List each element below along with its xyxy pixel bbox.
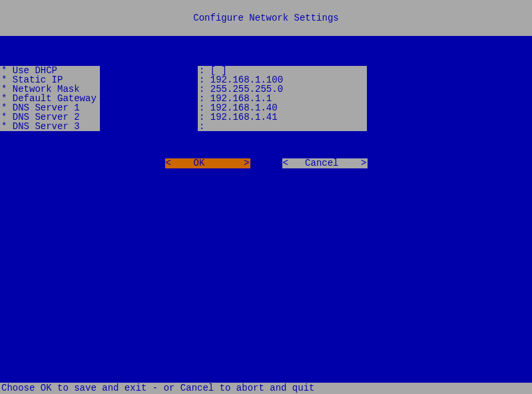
content-area: * Use DHCP * Static IP * Network Mask * …	[0, 36, 532, 66]
value-static-ip[interactable]: : 192.168.1.100	[198, 75, 367, 85]
value-use-dhcp[interactable]: : [ ]	[198, 66, 367, 75]
label-dns-server-3[interactable]: * DNS Server 3	[0, 122, 100, 131]
label-static-ip[interactable]: * Static IP	[0, 75, 100, 85]
label-use-dhcp[interactable]: * Use DHCP	[0, 66, 100, 75]
values-column: : [ ] : 192.168.1.100 : 255.255.255.0 : …	[198, 66, 367, 131]
label-dns-server-1[interactable]: * DNS Server 1	[0, 103, 100, 112]
footer-bar: Choose OK to save and exit - or Cancel t…	[0, 383, 532, 394]
footer-hint: Choose OK to save and exit - or Cancel t…	[1, 383, 314, 393]
value-dns-server-1[interactable]: : 192.168.1.40	[198, 103, 367, 112]
value-dns-server-3[interactable]: :	[198, 122, 367, 131]
value-default-gateway[interactable]: : 192.168.1.1	[198, 94, 367, 103]
label-dns-server-2[interactable]: * DNS Server 2	[0, 112, 100, 122]
cancel-button[interactable]: < Cancel >	[282, 158, 368, 168]
page-title: Configure Network Settings	[193, 13, 338, 23]
header-bar: Configure Network Settings	[0, 0, 532, 36]
value-dns-server-2[interactable]: : 192.168.1.41	[198, 112, 367, 122]
ok-button[interactable]: < OK >	[165, 158, 250, 168]
label-network-mask[interactable]: * Network Mask	[0, 85, 100, 94]
value-network-mask[interactable]: : 255.255.255.0	[198, 85, 367, 94]
labels-column: * Use DHCP * Static IP * Network Mask * …	[0, 66, 100, 131]
label-default-gateway[interactable]: * Default Gateway	[0, 94, 100, 103]
buttons-row: < OK > < Cancel >	[0, 158, 532, 168]
